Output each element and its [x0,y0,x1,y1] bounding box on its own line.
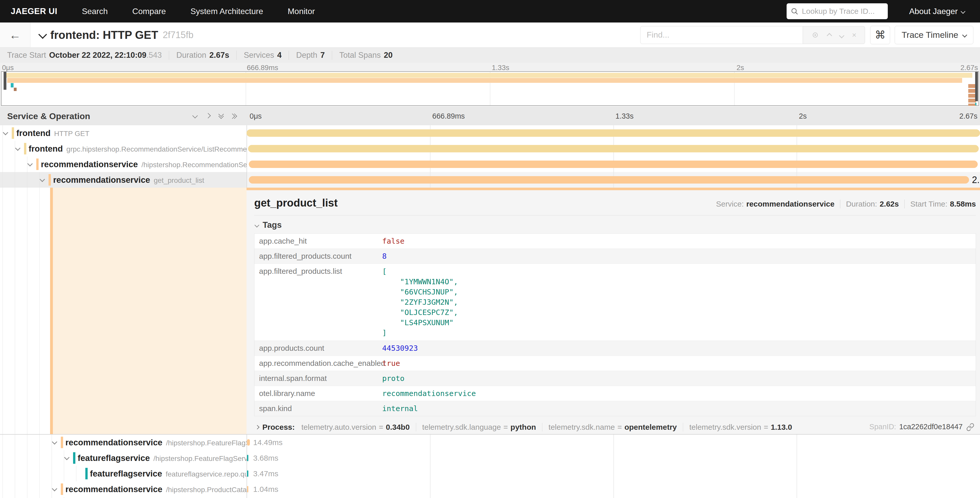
minimap-tick: 2.67s [961,64,978,72]
service-color-bar [49,174,51,185]
span-row[interactable]: recommendationservice/hipstershop.Featur… [0,434,980,450]
nav-item-search[interactable]: Search [82,6,108,16]
trace-services: Services 4 [236,51,282,60]
chevron-down-icon[interactable] [52,487,56,492]
about-jaeger-menu[interactable]: About Jaeger [909,6,965,16]
find-next-button[interactable] [840,31,843,39]
service-label: Service: [716,200,744,208]
start-time-label: Start Time: [910,200,947,208]
minimap-canvas[interactable] [1,71,979,106]
process-key: telemetry.auto.version [301,423,376,431]
service-color-bar [85,468,88,479]
nav-item-compare[interactable]: Compare [132,6,166,16]
trace-view-selector-label: Trace Timeline [902,30,958,40]
tag-value: internal [382,402,418,415]
tag-row[interactable]: otel.library.name recommendationservice [255,386,976,401]
expand-one-icon[interactable] [206,114,210,119]
minimap-right-scrubber[interactable] [975,72,978,101]
chevron-down-icon[interactable] [3,131,7,136]
span-service-operation: recommendationservice/hipstershop.Featur… [65,438,247,447]
trace-start-value: October 22 2022, 22:10:09 [49,51,146,60]
span-bar[interactable] [247,129,980,137]
brand-jaeger-ui[interactable]: JAEGER UI [11,6,57,16]
minimap-span-teal [11,83,14,88]
span-operation: HTTP GET [54,129,89,137]
timeline-tick: 2s [799,112,807,120]
chevron-down-icon[interactable] [52,440,56,445]
span-rows: frontendHTTP GET frontendgrpc.hipstersho… [0,125,980,498]
span-id-value: 1ca2262df0e18447 [899,423,963,431]
span-bar[interactable] [249,161,978,168]
span-bar[interactable] [248,145,979,152]
span-row[interactable]: frontendHTTP GET [0,125,980,141]
collapse-deep-icon[interactable] [219,114,223,118]
chevron-down-icon[interactable] [28,162,32,167]
trace-id-lookup[interactable] [787,3,888,19]
nav-item-monitor[interactable]: Monitor [288,6,315,16]
span-bar[interactable] [249,176,969,184]
span-row[interactable]: frontendgrpc.hipstershop.RecommendationS… [0,141,980,156]
duration-value: 2.62s [880,200,899,208]
chevron-down-icon[interactable] [40,177,44,182]
find-tools: × [803,26,865,44]
span-row[interactable]: featureflagservicefeatureflagservice.rep… [0,466,980,481]
find-input[interactable] [646,30,797,40]
process-section-toggle[interactable]: Process: telemetry.auto.version=0.34b0 t… [254,423,976,431]
service-value: recommendationservice [746,200,834,208]
tag-row[interactable]: app.filtered_products.list [ "1YMWWN1N4O… [255,264,976,341]
timeline-column-header: Service & Operation 0μs 666.89ms 1.33s 2… [0,107,980,126]
tag-value: false [382,234,404,248]
span-service: recommendationservice [41,160,138,169]
chevron-down-icon [961,9,965,14]
find-prev-button[interactable] [827,31,831,39]
tag-row[interactable]: internal.span.format proto [255,371,976,386]
span-row[interactable]: recommendationservice/hipstershop.Produc… [0,481,980,497]
collapse-trace-title-button[interactable] [40,32,46,38]
tag-row[interactable]: app.filtered_products.count 8 [255,249,976,264]
process-key: telemetry.sdk.language [422,423,501,431]
service-operation-header: Service & Operation [0,107,247,125]
chevron-right-icon [255,425,259,429]
find-box[interactable] [640,26,803,44]
trace-start: Trace Start October 22 2022, 22:10:09 .5… [7,51,162,60]
tag-row[interactable]: span.kind internal [255,401,976,416]
about-jaeger-label: About Jaeger [909,6,958,16]
tag-key: span.kind [255,404,382,413]
duration-label: Duration: [846,200,877,208]
tag-row[interactable]: app.recommendation.cache_enabled true [255,356,976,371]
tag-key: app.products.count [255,344,382,353]
find-clear-button[interactable]: × [852,31,857,39]
tag-row[interactable]: app.products.count 44530923 [255,341,976,356]
focus-target-icon[interactable] [811,31,819,39]
span-row-partial[interactable] [0,497,980,498]
minimap-left-scrubber[interactable] [3,72,6,90]
trace-view-selector[interactable]: Trace Timeline [895,26,974,44]
span-row[interactable]: featureflagservice/hipstershop.FeatureFl… [0,450,980,466]
minimap-tick: 2s [737,64,744,72]
back-button[interactable]: ← [0,22,30,47]
chevron-down-icon[interactable] [65,456,69,460]
span-row[interactable]: recommendationservice/hipstershop.Recomm… [0,156,980,172]
span-row-selected[interactable]: recommendationserviceget_product_list 2.… [0,172,980,188]
expand-all-icon[interactable] [232,114,236,118]
minimap-span-right [968,104,976,106]
tag-row[interactable]: app.cache_hit false [255,234,976,249]
collapse-all-icon[interactable] [193,114,197,119]
keyboard-shortcuts-button[interactable]: ⌘ [870,26,890,44]
trace-minimap[interactable]: 0μs 666.89ms 1.33s 2s 2.67s [0,63,980,107]
span-service: featureflagservice [90,469,162,478]
tags-section-toggle[interactable]: Tags [255,220,976,230]
timeline-tick-labels: 0μs 666.89ms 1.33s 2s 2.67s [247,107,980,125]
trace-id-lookup-input[interactable] [802,6,884,16]
span-duration-label: 2.62s [972,175,980,185]
tags-table: app.cache_hit false app.filtered_product… [254,233,976,416]
chevron-down-icon[interactable] [16,146,20,151]
tag-value: true [382,356,400,370]
nav-item-system-architecture[interactable]: System Architecture [190,6,263,16]
duration-value: 2.67s [210,51,229,60]
span-service-operation: frontendgrpc.hipstershop.RecommendationS… [29,144,247,154]
minimap-span-right [968,99,976,102]
start-time-value: 8.58ms [950,200,976,208]
deep-link-icon[interactable] [966,423,974,431]
span-id-label: SpanID: [869,423,896,431]
